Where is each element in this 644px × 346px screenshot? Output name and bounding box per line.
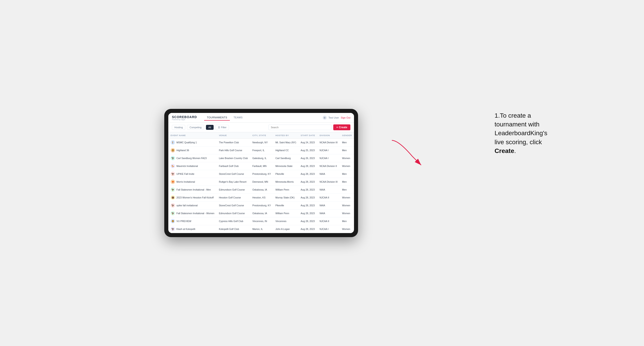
- events-table: EVENT NAME VENUE CITY, STATE HOSTED BY S…: [168, 132, 354, 233]
- filter-button[interactable]: ☰ Filter: [216, 125, 229, 130]
- cell-start-date: Aug 28, 2023: [298, 217, 317, 225]
- event-name-text: Fall Statesmen Invitational - Women: [176, 212, 214, 215]
- cell-gender: Women: [340, 154, 354, 162]
- table-body: 🏌 MSMC Qualifying 1 The Powelton Club Ne…: [168, 139, 354, 233]
- event-icon: 🐻: [170, 195, 175, 200]
- cell-hosted-by: Vincennes: [273, 217, 298, 225]
- cell-gender: Men: [340, 139, 354, 147]
- cell-city: Prestonsburg, KY: [250, 170, 273, 178]
- all-button[interactable]: All: [206, 125, 214, 130]
- event-icon: 🦅: [170, 172, 175, 176]
- cell-event-name: 🦅 Fall Statesmen Invitational - Men: [168, 186, 216, 194]
- event-name-text: VU PREVIEW: [176, 220, 191, 222]
- cell-start-date: Aug 25, 2023: [298, 147, 317, 154]
- cell-city: Vincennes, IN: [250, 217, 273, 225]
- event-icon: 🦅: [170, 156, 175, 161]
- cell-venue: Lake Bracken Country Club: [216, 154, 250, 162]
- cell-gender: Men: [340, 186, 354, 194]
- cell-division: NJCAA I: [317, 154, 340, 162]
- table-row: 🦅 Carl Sandburg Women FA23 Lake Bracken …: [168, 154, 354, 162]
- cell-event-name: 🐎 Maverick Invitational: [168, 162, 216, 170]
- tablet-frame: SCOREBOARD Powered by Clippit TOURNAMENT…: [164, 109, 358, 237]
- cell-hosted-by: Minnesota State: [273, 162, 298, 170]
- cell-venue: Ruttger's Bay Lake Resort: [216, 178, 250, 186]
- cell-event-name: 🦁 VU PREVIEW: [168, 217, 216, 225]
- cell-division: NJCAA I: [317, 147, 340, 154]
- cell-venue: StoneCrest Golf Course: [216, 170, 250, 178]
- cell-hosted-by: Pikeville: [273, 170, 298, 178]
- cell-division: NJCAA II: [317, 217, 340, 225]
- cell-division: NCAA Division III: [317, 178, 340, 186]
- table-row: 🦅 Klash at Kokopelli Kokopelli Golf Club…: [168, 225, 354, 233]
- user-name: Test User: [328, 116, 339, 119]
- cell-division: NCAA Division III: [317, 139, 340, 147]
- cell-hosted-by: Highland CC: [273, 147, 298, 154]
- event-name-text: Maverick Invitational: [176, 165, 198, 167]
- col-city-state: CITY, STATE: [250, 132, 273, 139]
- cell-gender: Women: [340, 194, 354, 201]
- cell-start-date: Aug 28, 2023: [298, 194, 317, 201]
- cell-gender: Men: [340, 217, 354, 225]
- col-event-name: EVENT NAME: [168, 132, 216, 139]
- cell-city: Newburgh, NY: [250, 139, 273, 147]
- col-start-date: START DATE: [298, 132, 317, 139]
- cell-start-date: Aug 28, 2023: [298, 162, 317, 170]
- logo-text: SCOREBOARD: [172, 115, 197, 119]
- nav-user: ⚙ Test User Sign Out: [323, 116, 350, 120]
- logo-sub: Powered by Clippit: [172, 119, 197, 120]
- filter-icon: ☰: [218, 126, 220, 129]
- event-name-text: UPIKE Fall Invite: [176, 173, 194, 175]
- table-row: 🐎 Maverick Invitational Faribault Golf C…: [168, 162, 354, 170]
- cell-event-name: 🦅 Carl Sandburg Women FA23: [168, 154, 216, 162]
- cell-division: NCAA Division II: [317, 162, 340, 170]
- col-gender: GENDER: [340, 132, 354, 139]
- cell-venue: The Powelton Club: [216, 139, 250, 147]
- event-name-text: upike fall invitational: [176, 204, 198, 207]
- cell-venue: Hesston Golf Course: [216, 194, 250, 201]
- create-button[interactable]: + Create: [333, 124, 350, 130]
- nav-tab-tournaments[interactable]: TOURNAMENTS: [204, 115, 230, 121]
- event-icon: 🦅: [170, 227, 175, 231]
- cell-city: Galesburg, IL: [250, 154, 273, 162]
- cell-hosted-by: William Penn: [273, 186, 298, 194]
- cell-gender: Men: [340, 170, 354, 178]
- cell-event-name: 🦊 Morris Invitational: [168, 178, 216, 186]
- create-plus-icon: +: [336, 126, 338, 129]
- hosting-button[interactable]: Hosting: [172, 125, 185, 130]
- top-nav: SCOREBOARD Powered by Clippit TOURNAMENT…: [168, 113, 354, 123]
- table-row: 🏌 MSMC Qualifying 1 The Powelton Club Ne…: [168, 139, 354, 147]
- table-row: 🦅 Fall Statesmen Invitational - Women Ed…: [168, 209, 354, 217]
- cell-city: Oskaloosa, IA: [250, 186, 273, 194]
- search-input[interactable]: [268, 125, 332, 130]
- gear-icon[interactable]: ⚙: [323, 116, 327, 120]
- cell-division: NAIA: [317, 209, 340, 217]
- filter-label: Filter: [221, 126, 226, 129]
- cell-division: NJCAA II: [317, 194, 340, 201]
- cell-city: Freeport, IL: [250, 147, 273, 154]
- cell-start-date: Aug 28, 2023: [298, 209, 317, 217]
- tablet-screen: SCOREBOARD Powered by Clippit TOURNAMENT…: [168, 113, 354, 233]
- table-row: 🦅 upike fall invitational StoneCrest Gol…: [168, 201, 354, 209]
- cell-venue: Park Hills Golf Course: [216, 147, 250, 154]
- cell-city: Deerwood, MN: [250, 178, 273, 186]
- cell-start-date: Aug 24, 2023: [298, 139, 317, 147]
- event-icon: 🦅: [170, 211, 175, 215]
- sign-out-link[interactable]: Sign Out: [341, 116, 350, 119]
- cell-start-date: Aug 28, 2023: [298, 178, 317, 186]
- cell-venue: Cypress Hills Golf Club: [216, 217, 250, 225]
- cell-venue: Kokopelli Golf Club: [216, 225, 250, 233]
- event-icon: 🦁: [170, 148, 175, 153]
- event-icon: 🏌: [170, 140, 175, 145]
- filter-bar: Hosting Competing All ☰ Filter + Create: [168, 123, 354, 132]
- event-icon: 🦅: [170, 203, 175, 208]
- col-hosted-by: HOSTED BY: [273, 132, 298, 139]
- cell-city: Hesston, KS: [250, 194, 273, 201]
- arrow-svg: [385, 136, 430, 170]
- cell-hosted-by: William Penn: [273, 209, 298, 217]
- event-icon: 🦁: [170, 219, 175, 223]
- event-icon: 🦅: [170, 187, 175, 192]
- cell-start-date: Aug 26, 2023: [298, 154, 317, 162]
- cell-gender: Men: [340, 147, 354, 154]
- nav-tab-teams[interactable]: TEAMS: [231, 115, 245, 121]
- competing-button[interactable]: Competing: [187, 125, 204, 130]
